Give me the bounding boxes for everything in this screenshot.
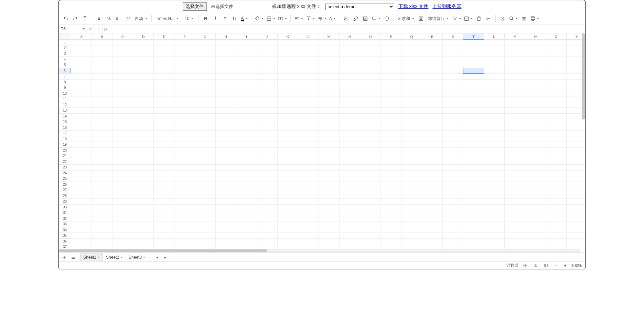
vertical-align-button[interactable] [305,14,315,23]
row-header-36[interactable]: 36 [59,239,71,245]
select-all-corner[interactable] [59,33,71,40]
row-header-5[interactable]: 5 [59,62,71,68]
row-header-31[interactable]: 31 [59,210,71,216]
insert-image-button[interactable] [342,14,350,23]
row-header-33[interactable]: 33 [59,221,71,227]
table-button[interactable] [463,14,473,23]
clear-button[interactable] [475,14,483,23]
row-header-8[interactable]: 8 [59,80,71,85]
screenshot-button[interactable] [520,14,528,23]
number-format-select[interactable]: 自动 [133,14,149,23]
column-header-B[interactable]: B [92,33,112,40]
bold-button[interactable]: B [202,14,210,23]
percent-button[interactable]: % [105,14,113,23]
insert-chart-button[interactable] [361,14,369,23]
row-header-16[interactable]: 16 [59,125,71,131]
row-header-13[interactable]: 13 [59,108,71,114]
column-header-O[interactable]: O [360,33,381,40]
font-size-select[interactable]: 10 [183,14,196,23]
vertical-scroll-thumb[interactable] [582,33,585,120]
row-header-18[interactable]: 18 [59,136,71,142]
find-button[interactable] [508,14,518,23]
row-header-20[interactable]: 20 [59,148,71,154]
column-header-T[interactable]: T [463,33,484,40]
row-header-14[interactable]: 14 [59,114,71,120]
demo-select[interactable]: select a demo [325,3,394,10]
merge-cells-button[interactable] [277,14,288,23]
column-header-I[interactable]: I [236,33,257,40]
row-header-6[interactable]: 6 [59,68,71,74]
column-header-L[interactable]: L [298,33,319,40]
row-header-4[interactable]: 4 [59,57,71,63]
column-header-E[interactable]: E [154,33,174,40]
strikethrough-button[interactable]: T [221,14,229,23]
comment-button[interactable] [371,14,381,23]
row-header-25[interactable]: 25 [59,176,71,182]
currency-button[interactable]: ¥ [95,14,103,23]
row-header-28[interactable]: 28 [59,193,71,199]
sheet-tab-sheet1[interactable]: Sheet1 [80,254,103,261]
formula-input[interactable] [110,27,584,31]
autosum-button[interactable]: Σ 求和 [397,14,416,23]
italic-button[interactable]: I [211,14,219,23]
cancel-formula-button[interactable]: ✕ [86,24,95,33]
cells-area[interactable] [71,40,585,252]
column-header-F[interactable]: F [174,33,195,40]
view-page-button[interactable] [533,262,539,269]
row-header-30[interactable]: 30 [59,205,71,210]
upload-server-link[interactable]: 上传到服务器 [432,3,461,10]
print-button[interactable] [529,14,540,23]
increase-decimal-button[interactable]: .00 [124,14,132,23]
row-header-27[interactable]: 27 [59,187,71,193]
column-header-G[interactable]: G [195,33,216,40]
borders-button[interactable] [266,14,276,23]
row-header-26[interactable]: 26 [59,182,71,188]
row-header-12[interactable]: 12 [59,102,71,108]
horizontal-scroll-thumb[interactable] [59,249,267,252]
row-header-35[interactable]: 35 [59,233,71,239]
row-header-22[interactable]: 22 [59,159,71,165]
download-xlsx-link[interactable]: 下载 xlsx 文件 [398,3,429,10]
insert-link-button[interactable] [352,14,360,23]
zoom-in-button[interactable]: + [562,262,568,269]
row-header-3[interactable]: 3 [59,51,71,57]
sheet-tab-sheet2[interactable]: Sheet2 [103,254,126,261]
sheet-tab-sheet3[interactable]: Sheet3 [126,254,148,261]
horizontal-align-button[interactable] [293,14,304,23]
undo-button[interactable] [62,14,70,23]
text-rotation-button[interactable]: A [329,14,336,23]
column-header-X[interactable]: X [546,33,567,40]
column-header-K[interactable]: K [278,33,298,40]
freeze-panes-button[interactable]: 冻结首行 [427,14,450,23]
zoom-out-button[interactable]: − [553,262,559,269]
column-header-P[interactable]: P [381,33,401,40]
row-header-17[interactable]: 17 [59,131,71,136]
column-header-D[interactable]: D [133,33,154,40]
view-pagebreak-button[interactable] [543,262,549,269]
redo-button[interactable] [71,14,79,23]
view-normal-button[interactable] [522,262,528,269]
column-header-H[interactable]: H [216,33,236,40]
column-header-Q[interactable]: Q [401,33,422,40]
row-header-1[interactable]: 1 [59,40,71,45]
horizontal-scrollbar[interactable] [59,249,580,252]
column-header-J[interactable]: J [257,33,278,40]
row-header-34[interactable]: 34 [59,227,71,233]
next-sheet-button[interactable]: ▸ [162,254,169,261]
font-color-button[interactable]: A [240,14,248,23]
row-header-15[interactable]: 15 [59,119,71,125]
column-header-W[interactable]: W [525,33,546,40]
decrease-decimal-button[interactable]: .0→ [114,14,122,23]
column-header-N[interactable]: N [340,33,360,40]
function-button[interactable] [417,14,425,23]
underline-button[interactable]: U [230,14,239,23]
fill-color-button[interactable] [254,14,264,23]
add-sheet-button[interactable] [61,254,68,261]
protect-button[interactable] [484,14,493,23]
accept-formula-button[interactable]: ✓ [95,24,103,33]
format-painter-button[interactable] [81,14,89,23]
column-header-S[interactable]: S [443,33,463,40]
all-sheets-button[interactable] [70,254,77,261]
column-headers[interactable]: ABCDEFGHIJKLMNOPQRSTUVWXY [71,33,585,40]
row-header-2[interactable]: 2 [59,45,71,51]
